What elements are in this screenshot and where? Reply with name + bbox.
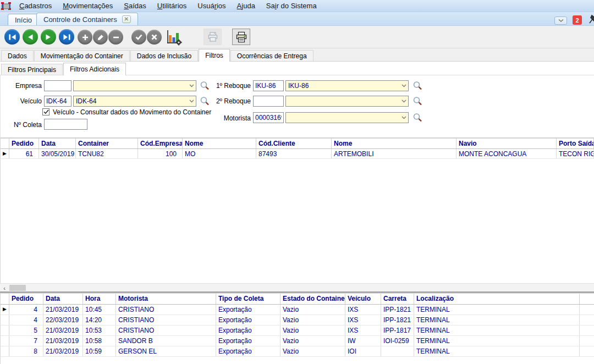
next-record-icon <box>46 34 51 40</box>
reboque1-search-icon[interactable] <box>413 81 422 91</box>
motorista-combo[interactable] <box>285 112 409 123</box>
reboque1-combo[interactable]: IKU-86 <box>285 80 409 91</box>
column-header[interactable]: Nome <box>332 139 457 148</box>
row-indicator-icon: ▶ <box>1 149 9 158</box>
column-header[interactable]: Veículo <box>345 294 381 304</box>
column-header[interactable]: Motorista <box>116 294 216 304</box>
prev-record-icon <box>28 34 33 40</box>
containers-grid: Pedido Data Container Cód.Empresa Nome C… <box>0 137 594 283</box>
notification-badge[interactable]: 2 <box>573 15 582 25</box>
containers-grid-header: Pedido Data Container Cód.Empresa Nome C… <box>1 139 594 149</box>
column-header[interactable]: Nome <box>183 139 256 148</box>
reboque1-code-input[interactable] <box>253 80 284 91</box>
nav-prev-button[interactable] <box>23 29 38 45</box>
nav-next-button[interactable] <box>41 29 56 45</box>
column-header[interactable]: Localização <box>414 294 580 304</box>
menu-ajuda[interactable]: Ajuda <box>232 1 261 11</box>
cancel-button[interactable] <box>147 30 162 45</box>
column-header[interactable]: Hora <box>83 294 116 304</box>
document-tab-strip: Início Controle de Containers ✕ 2 <box>0 12 594 26</box>
tab-filtros-principais[interactable]: Filtros Principais <box>1 64 63 75</box>
confirm-button[interactable] <box>131 30 146 45</box>
empresa-code-input[interactable] <box>44 80 72 91</box>
empresa-label: Empresa <box>3 80 42 91</box>
pin-icon[interactable] <box>587 14 594 24</box>
print-preview-button[interactable] <box>204 29 222 45</box>
nav-last-button[interactable] <box>59 29 74 45</box>
empresa-combo[interactable] <box>73 80 196 91</box>
reboque2-label: 2º Reboque <box>211 96 251 107</box>
column-header[interactable]: Estado do Container <box>280 294 345 304</box>
empresa-search-icon[interactable] <box>200 81 210 91</box>
table-row[interactable]: 8 21/03/2019 10:59 GERSON EL Exportação … <box>1 346 594 357</box>
reboque2-search-icon[interactable] <box>413 96 422 106</box>
chevron-down-icon <box>399 100 408 103</box>
tab-filtros[interactable]: Filtros <box>199 49 230 62</box>
tab-inicio[interactable]: Início <box>8 14 39 25</box>
coleta-input[interactable] <box>44 119 87 130</box>
menu-usuarios[interactable]: Usuários <box>192 1 231 11</box>
column-header[interactable]: Tipo de Coleta <box>216 294 280 304</box>
close-icon[interactable]: ✕ <box>122 15 131 23</box>
tab-list-dropdown-button[interactable] <box>554 16 567 25</box>
add-record-button[interactable] <box>78 30 92 45</box>
table-row[interactable]: 5 21/03/2019 10:53 CRISTIANO Exportação … <box>1 326 594 336</box>
delete-record-button[interactable] <box>108 30 123 45</box>
toolbar <box>0 26 594 48</box>
table-row[interactable]: ▶ 4 21/03/2019 10:45 CRISTIANO Exportaçã… <box>1 305 594 315</box>
check-icon <box>135 34 142 40</box>
table-row[interactable]: ▶ 61 30/05/2019 TCNU82 100 MO 87493 ARTE… <box>1 149 594 159</box>
menu-cadastros[interactable]: Cadastros <box>14 1 57 11</box>
print-button[interactable] <box>232 29 250 45</box>
pencil-icon <box>97 34 104 41</box>
horizontal-scrollbar[interactable]: ‹ <box>0 283 594 291</box>
column-header[interactable]: Cód.Empresa <box>138 139 183 148</box>
menu-movimentacoes[interactable]: Movimentações <box>57 1 118 11</box>
table-row[interactable]: 4 22/03/2019 14:20 CRISTIANO Exportação … <box>1 315 594 326</box>
column-header[interactable]: Cód.Cliente <box>256 139 332 148</box>
motorista-search-icon[interactable] <box>413 113 422 123</box>
chevron-down-icon <box>558 19 564 23</box>
print-preview-icon <box>207 31 218 42</box>
filter-tab-strip: Filtros Principais Filtros Adicionais <box>0 62 594 75</box>
tab-controle-de-containers[interactable]: Controle de Containers ✕ <box>36 13 138 25</box>
tab-filtros-adicionais[interactable]: Filtros Adicionais <box>63 63 126 75</box>
column-header[interactable]: Pedido <box>9 139 39 148</box>
chart-gear-icon <box>165 29 183 46</box>
table-row[interactable]: 7 21/03/2019 10:58 SANDOR B Exportação V… <box>1 336 594 346</box>
tab-dados-de-inclusao[interactable]: Dados de Inclusão <box>130 50 198 61</box>
column-header[interactable]: Container <box>76 139 138 148</box>
chart-settings-button[interactable] <box>165 29 183 46</box>
movimentos-grid-header: Pedido Data Hora Motorista Tipo de Colet… <box>1 294 594 305</box>
scrollbar-thumb[interactable] <box>9 285 26 291</box>
menu-utilitarios[interactable]: Utilitários <box>152 1 192 11</box>
indicator-header <box>1 139 9 148</box>
reboque2-combo[interactable] <box>285 96 409 107</box>
coleta-label: Nº Coleta <box>3 119 42 130</box>
column-header[interactable]: Carreta <box>381 294 414 304</box>
scroll-left-arrow[interactable]: ‹ <box>0 284 9 292</box>
veiculo-combo[interactable]: IDK-64 <box>73 96 196 107</box>
menu-saidas[interactable]: Saídas <box>118 1 151 11</box>
app-icon <box>1 2 12 10</box>
column-header[interactable]: Pedido <box>9 294 43 304</box>
column-header[interactable]: Navio <box>457 139 557 148</box>
veiculo-search-icon[interactable] <box>200 96 210 106</box>
motorista-code-input[interactable] <box>253 112 284 123</box>
reboque1-label: 1º Reboque <box>211 80 251 91</box>
nav-first-button[interactable] <box>4 29 20 45</box>
veiculo-consultar-checkbox[interactable] <box>42 108 50 115</box>
movimentos-grid: Pedido Data Hora Motorista Tipo de Colet… <box>0 293 594 364</box>
tab-movimentacao-do-container[interactable]: Movimentação do Container <box>34 50 130 61</box>
column-header[interactable]: Data <box>43 294 83 304</box>
column-header[interactable]: Data <box>39 139 76 148</box>
veiculo-code-input[interactable] <box>44 96 72 107</box>
indicator-header <box>1 294 9 304</box>
tab-ocorrencias-de-entrega[interactable]: Ocorrências de Entrega <box>230 50 314 61</box>
edit-record-button[interactable] <box>93 30 108 45</box>
menu-sair-do-sistema[interactable]: Sair do Sistema <box>261 1 322 11</box>
page-tab-strip: Dados Movimentação do Container Dados de… <box>0 48 594 62</box>
column-header[interactable]: Porto Saída <box>557 139 594 148</box>
tab-dados[interactable]: Dados <box>1 50 34 61</box>
reboque2-code-input[interactable] <box>253 96 284 107</box>
